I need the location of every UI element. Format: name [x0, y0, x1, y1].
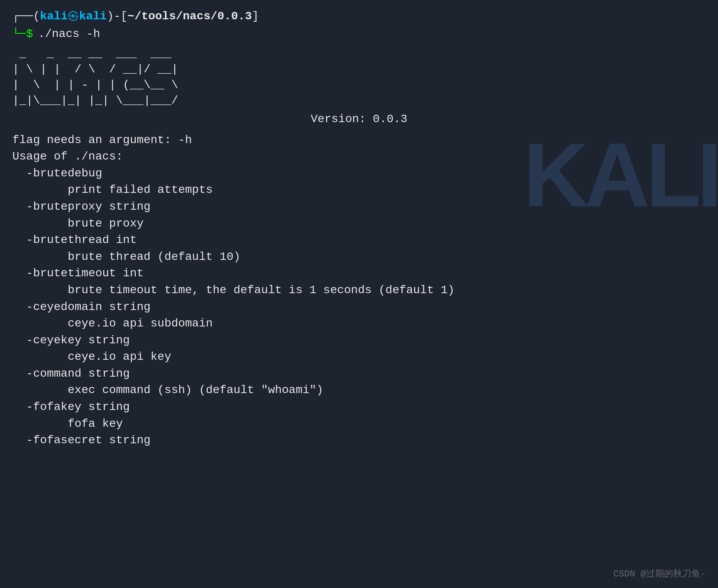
output-fofasecret-flag: -fofasecret string [12, 432, 706, 449]
prompt-user: kali [40, 8, 67, 24]
prompt-line-2: └─$ ./nacs -h [12, 26, 706, 42]
output-fofakey-flag: -fofakey string [12, 399, 706, 416]
prompt-dollar: └─$ [12, 26, 33, 42]
output-bruteproxy-flag: -bruteproxy string [12, 199, 706, 215]
output-brutedebug-desc: print failed attempts [12, 182, 706, 199]
output-command-desc: exec command (ssh) (default "whoami") [12, 382, 706, 399]
output-ceyedomain-flag: -ceyedomain string [12, 299, 706, 316]
output-block: flag needs an argument: -h Usage of ./na… [12, 132, 706, 449]
prompt-path: ~/tools/nacs/0.0.3 [127, 8, 252, 24]
output-bruteproxy-desc: brute proxy [12, 215, 706, 232]
output-brutethread-desc: brute thread (default 10) [12, 249, 706, 266]
output-brutethread-flag: -brutethread int [12, 232, 706, 249]
prompt-path-open: )-[ [107, 8, 127, 24]
version-line: Version: 0.0.3 [12, 113, 706, 125]
output-ceyedomain-desc: ceye.io api subdomain [12, 315, 706, 332]
csdn-attribution: CSDN @过期的秋刀鱼- [614, 567, 706, 580]
terminal-window: ┌──(kali㉿kali)-[~/tools/nacs/0.0.3] └─$ … [0, 0, 718, 457]
prompt-line-1: ┌──(kali㉿kali)-[~/tools/nacs/0.0.3] [12, 8, 706, 24]
prompt-path-close: ] [252, 8, 259, 24]
output-flag-error: flag needs an argument: -h [12, 132, 706, 149]
prompt-command: ./nacs -h [38, 26, 100, 42]
output-ceyekey-flag: -ceyekey string [12, 332, 706, 349]
output-command-flag: -command string [12, 366, 706, 382]
nacs-logo: _ _ __ __ ___ ___ | \ | | / \ / __|/ __|… [12, 46, 706, 108]
prompt-at-symbol: ㉿ [67, 8, 79, 24]
output-brutedebug-flag: -brutedebug [12, 165, 706, 182]
output-usage: Usage of ./nacs: [12, 148, 706, 165]
output-brutetimeout-flag: -brutetimeout int [12, 265, 706, 282]
prompt-open-bracket: ┌──( [12, 8, 40, 24]
output-ceyekey-desc: ceye.io api key [12, 349, 706, 366]
output-brutetimeout-desc: brute timeout time, the default is 1 sec… [12, 282, 706, 299]
output-fofakey-desc: fofa key [12, 416, 706, 433]
prompt-host: kali [79, 8, 107, 24]
